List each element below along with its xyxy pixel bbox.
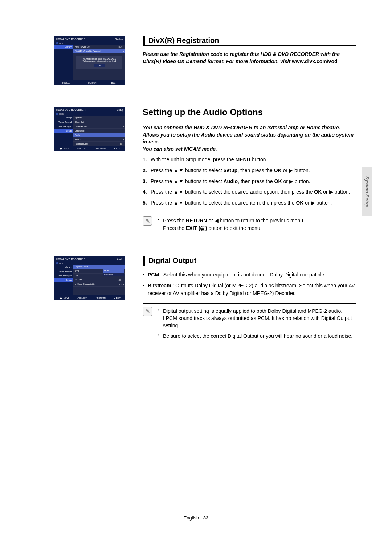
heading-audio-options: Setting up the Audio Options xyxy=(143,107,356,119)
section-side-tab: System Setup xyxy=(362,167,372,216)
ui-screenshot-setup: HDD & DVD RECORDERSetup HDD Library Time… xyxy=(54,107,125,151)
ui-hdd-indicator: HDD xyxy=(54,42,125,45)
note-icon: ✎ xyxy=(143,307,152,316)
ui-screenshot-audio: HDD & DVD RECORDERAudio HDD Library Time… xyxy=(54,256,125,300)
ui-title: HDD & DVD RECORDER xyxy=(56,38,86,40)
audio-note: ✎ Press the RETURN or ◀ button to return… xyxy=(143,213,356,232)
divx-intro-text: Please use the Registration code to regi… xyxy=(143,51,356,65)
ui-corner: System xyxy=(115,38,123,40)
heading-digital-output: Digital Output xyxy=(143,256,356,266)
heading-divx-registration: DivX(R) Registration xyxy=(143,36,356,46)
ui-sidebar-library: Library xyxy=(54,45,73,49)
audio-steps: With the unit in Stop mode, press the ME… xyxy=(143,156,356,206)
page-footer: English - 33 xyxy=(0,515,392,521)
ui-ok-button: OK xyxy=(94,64,105,67)
ui-digital-output-popup: PCM✓ Bitstream xyxy=(103,269,124,276)
audio-intro: You can connect the HDD & DVD RECORDER t… xyxy=(143,124,356,153)
ui-footer: e'SELECT ↩ RETURN ◀ EXIT xyxy=(54,80,125,85)
note-icon: ✎ xyxy=(143,216,152,226)
exit-button-icon: ⏏ xyxy=(200,226,205,231)
digital-output-note: ✎ Digital output setting is equally appl… xyxy=(143,303,356,340)
ui-registration-msg: Your registration code is: XXXXXXXX To l… xyxy=(76,56,122,69)
digital-output-bullets: PCM : Select this when your equipment is… xyxy=(143,271,356,297)
ui-screenshot-divx: HDD & DVD RECORDERSystem HDD Library Aut… xyxy=(54,36,125,85)
